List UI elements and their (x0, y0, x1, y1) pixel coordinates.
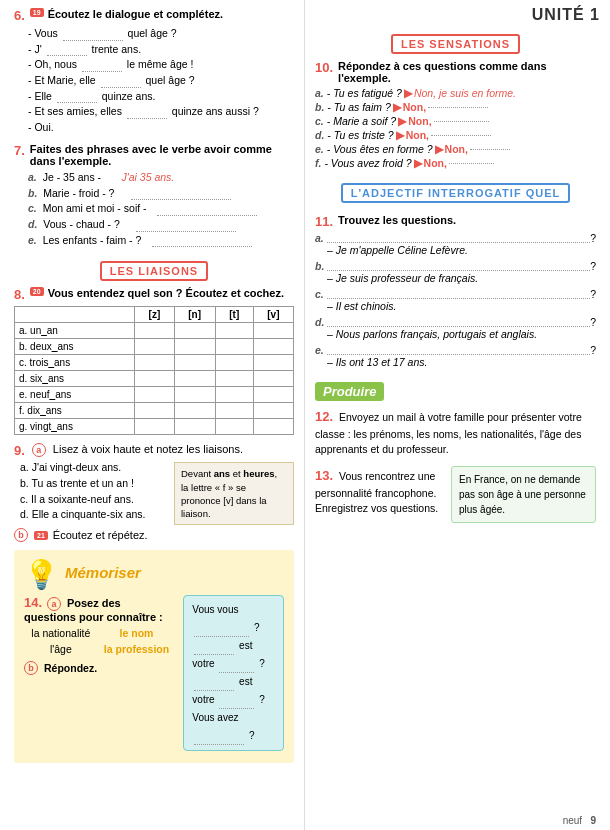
ex9-num: 9. (14, 443, 25, 458)
ex10-item-b: b. - Tu as faim ? ▶ Non, (315, 101, 596, 113)
ex13-content: 13. Vous rencontrez une personnalité fra… (315, 466, 596, 523)
concept-grid: la nationalité le nom l'âge la professio… (24, 626, 173, 656)
ex8-audio-badge: 20 (30, 287, 44, 296)
row-f-n (174, 403, 215, 419)
ex14-circle-a: a (47, 597, 61, 611)
exercise-8: 8. 20 Vous entendez quel son ? Écoutez e… (14, 287, 294, 435)
exercise-7: 7. Faites des phrases avec le verbe avoi… (14, 143, 294, 247)
ex11-a-question-line (327, 233, 590, 243)
table-row: f. dix_ans (15, 403, 294, 419)
concept-nationalite: la nationalité (24, 626, 98, 640)
chat-line-4: Vous avez ? (192, 709, 275, 745)
ex10-b-dots (428, 107, 488, 108)
ex11-d-answer: – Nous parlons français, portugais et an… (327, 328, 596, 340)
ex6-audio-badge: 19 (30, 8, 44, 17)
ex11-b-label: b. (315, 260, 324, 272)
ex10-a-q: - Tu es fatigué ? (327, 87, 402, 99)
ex11-d-question-line (327, 317, 590, 327)
ex10-num: 10. (315, 60, 333, 75)
page-footer: neuf 9 (563, 815, 596, 826)
row-g-n (174, 419, 215, 435)
ex12-content: 12. Envoyez un mail à votre famille pour… (315, 407, 596, 458)
concept-profession: la profession (100, 642, 174, 656)
col-t: [t] (215, 307, 253, 323)
ex11-d-qmark: ? (590, 316, 596, 328)
ex10-f-dots (449, 163, 494, 164)
row-c-z (135, 355, 174, 371)
exercise-7-header: 7. Faites des phrases avec le verbe avoi… (14, 143, 294, 167)
ex11-a-label: a. (315, 232, 324, 244)
row-a-label: a. un_an (15, 323, 135, 339)
table-header-row: [z] [n] [t] [v] (15, 307, 294, 323)
ex10-d-label: d. (315, 129, 324, 141)
ex13-info-box: En France, on ne demande pas son âge à u… (451, 466, 596, 523)
ex10-c-non: Non, (408, 115, 431, 127)
memoriser-content: 14. a Posez des questions pour connaître… (24, 595, 284, 751)
ex11-a-qmark: ? (590, 232, 596, 244)
row-a-n (174, 323, 215, 339)
col-n: [n] (174, 307, 215, 323)
ex11-c-answer: – Il est chinois. (327, 300, 596, 312)
ex9-circle-a: a (32, 443, 46, 457)
row-b-t (215, 339, 253, 355)
ex11-item-e: e. ? – Ils ont 13 et 17 ans. (315, 344, 596, 368)
ex11-e-label: e. (315, 344, 324, 356)
ex9-note-box: Devant ans et heures, la lettre « f » se… (174, 462, 294, 525)
ex6-title: Écoutez le dialogue et complétez. (48, 8, 223, 20)
ex8-table: [z] [n] [t] [v] a. un_an b (14, 306, 294, 435)
ex11-item-d: d. ? – Nous parlons français, portugais … (315, 316, 596, 340)
row-e-z (135, 387, 174, 403)
exercise-12: 12. Envoyez un mail à votre famille pour… (315, 407, 596, 458)
row-a-z (135, 323, 174, 339)
produire-label: Produire (315, 382, 384, 401)
ex11-c-question-line (327, 289, 590, 299)
ex11-c-qmark: ? (590, 288, 596, 300)
ex10-b-label: b. (315, 101, 324, 113)
exercise-9: 9. a Lisez à voix haute et notez les lia… (14, 443, 294, 542)
ex9-line-c: c. Il a soixante-neuf ans. (20, 492, 168, 507)
exercise-10: 10. Répondez à ces questions comme dans … (315, 60, 596, 169)
row-b-n (174, 339, 215, 355)
ex10-f-non: Non, (424, 157, 447, 169)
ex10-c-dots (434, 121, 489, 122)
ex7-item-e: e. Les enfants - faim - ? (28, 233, 294, 248)
ex14-left: 14. a Posez des questions pour connaître… (24, 595, 173, 751)
row-d-label: d. six_ans (15, 371, 135, 387)
row-c-n (174, 355, 215, 371)
memoriser-section: 💡 Mémoriser 14. a Posez des questions po… (14, 550, 294, 763)
row-e-n (174, 387, 215, 403)
col-z: [z] (135, 307, 174, 323)
concept-nom: le nom (100, 626, 174, 640)
ex10-item-d: d. - Tu es triste ? ▶ Non, (315, 129, 596, 141)
ex14-part-b: Répondez. (44, 662, 97, 674)
produire-banner: Produire (315, 376, 596, 404)
ex9-circle-b: b (14, 528, 28, 542)
ex9-title: Lisez à voix haute et notez les liaisons… (53, 443, 243, 455)
ex7-item-b: b. Marie - froid - ? (28, 186, 294, 201)
ex11-b-answer: – Je suis professeur de français. (327, 272, 596, 284)
ex10-d-q: - Tu es triste ? (327, 129, 393, 141)
ex10-items-bf: b. - Tu as faim ? ▶ Non, c. - Marie a so… (315, 101, 596, 169)
exercise-6-header: 6. 19 Écoutez le dialogue et complétez. (14, 8, 294, 23)
row-g-label: g. vingt_ans (15, 419, 135, 435)
adjectif-banner: L'ADJECTIF INTERROGATIF QUEL (341, 183, 570, 203)
liaisons-banner: LES LIAISONS (100, 261, 208, 281)
ex10-e-non: Non, (445, 143, 468, 155)
ex10-e-q: - Vous êtes en forme ? (327, 143, 433, 155)
ex8-num: 8. (14, 287, 25, 302)
ex12-text: Envoyez un mail à votre famille pour pré… (315, 411, 582, 455)
chat-line-2: est votre ? (192, 637, 275, 673)
table-row: e. neuf_ans (15, 387, 294, 403)
row-g-z (135, 419, 174, 435)
ex10-f-q: - Vous avez froid ? (324, 157, 411, 169)
ex10-a-arrow: ▶ (404, 87, 412, 99)
ex10-f-arrow: ▶ (414, 157, 422, 169)
ex11-b-qmark: ? (590, 260, 596, 272)
ex6-line-6: - Et ses amies, elles quinze ans aussi ? (28, 104, 294, 119)
row-g-v (253, 419, 293, 435)
ex6-line-7: - Oui. (28, 120, 294, 135)
exercise-13: 13. Vous rencontrez une personnalité fra… (315, 466, 596, 523)
ex10-e-label: e. (315, 143, 324, 155)
row-c-t (215, 355, 253, 371)
row-b-z (135, 339, 174, 355)
